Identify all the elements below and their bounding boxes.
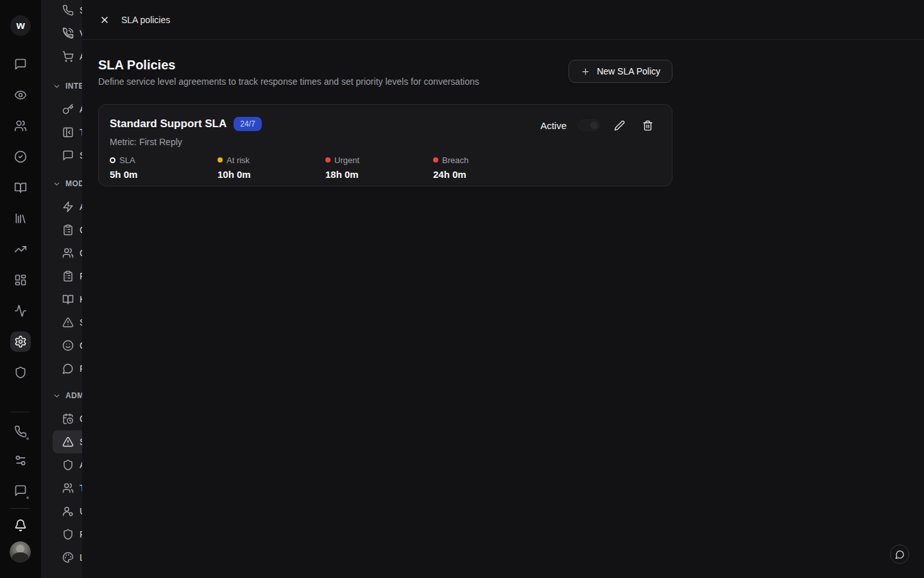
panel-content: SLA Policies Define service level agreem…	[82, 40, 672, 186]
close-button[interactable]	[96, 11, 114, 29]
rail-item-trending-up[interactable]	[10, 239, 31, 259]
user-avatar[interactable]	[10, 541, 31, 563]
trash-icon	[642, 120, 653, 131]
pencil-icon	[614, 120, 625, 131]
sla-threshold-sla: SLA5h 0m	[110, 155, 218, 180]
policy-schedule-badge: 24/7	[234, 117, 261, 131]
policy-controls: Active	[540, 116, 656, 134]
users-icon	[62, 482, 74, 494]
policy-active-toggle[interactable]	[578, 119, 600, 131]
policy-status: Active	[540, 120, 567, 131]
eye-icon	[14, 89, 27, 101]
threshold-value: 10h 0m	[218, 169, 325, 180]
sliders-icon	[14, 454, 27, 467]
key-icon	[62, 103, 74, 115]
notifications-bell-button[interactable]	[10, 515, 31, 536]
rail-item-phone-bottom[interactable]	[10, 421, 31, 442]
threshold-value: 5h 0m	[110, 169, 218, 180]
smile-icon	[62, 340, 74, 351]
threshold-label: Breach	[442, 155, 468, 165]
sla-policy-card: Standard Support SLA 24/7 Metric: First …	[98, 104, 672, 186]
threshold-dot	[110, 157, 116, 163]
threshold-label: Urgent	[334, 155, 359, 165]
policy-name: Standard Support SLA	[110, 118, 227, 130]
rail-item-book-open[interactable]	[10, 177, 31, 198]
users-icon	[62, 247, 74, 259]
threshold-label: SLA	[119, 155, 135, 165]
book-open-icon	[62, 293, 74, 305]
page-title: SLA Policies	[98, 57, 479, 73]
sla-threshold-urgent: Urgent18h 0m	[325, 155, 433, 180]
phone-icon	[62, 4, 74, 16]
rail-item-users[interactable]	[10, 116, 31, 136]
panel-header: SLA policies	[82, 0, 924, 40]
icon-rail: w	[0, 0, 41, 578]
panel-icon	[62, 127, 74, 138]
threshold-dot	[218, 157, 223, 162]
check-circle-icon	[14, 150, 27, 163]
rail-item-sliders-bottom[interactable]	[10, 450, 31, 471]
rail-item-check-circle[interactable]	[10, 146, 31, 167]
notification-dot	[25, 495, 30, 500]
chevron-down-icon	[53, 82, 61, 91]
phone-icon	[14, 425, 27, 438]
clipboard-icon	[62, 270, 74, 282]
sla-policies-panel: SLA policies SLA Policies Define service…	[82, 0, 924, 578]
rail-item-message-square-bottom[interactable]	[10, 480, 31, 501]
sla-threshold-breach: Breach24h 0m	[433, 155, 541, 180]
app-root: w SVAINTEATSMODACCFKSCFADMCSATURL SLA po…	[0, 0, 924, 578]
library-icon	[14, 212, 27, 225]
rail-item-library[interactable]	[10, 208, 31, 229]
trending-up-icon	[14, 243, 27, 256]
shield-icon	[14, 366, 27, 379]
phone-call-icon	[62, 28, 74, 39]
rail-item-layout-dashboard[interactable]	[10, 270, 31, 290]
delete-policy-button[interactable]	[638, 116, 656, 134]
bell-icon	[14, 519, 27, 532]
rail-item-message-square[interactable]	[10, 54, 31, 74]
settings-icon	[14, 335, 27, 348]
palette-icon	[62, 552, 74, 563]
workspace-logo[interactable]: w	[10, 15, 31, 36]
shopping-cart-icon	[62, 51, 74, 62]
triangle-alert-icon	[62, 436, 74, 448]
layout-dashboard-icon	[14, 274, 27, 286]
notification-dot	[25, 436, 30, 441]
threshold-label: At risk	[227, 155, 250, 165]
user-plus-icon	[62, 505, 74, 517]
new-sla-policy-button[interactable]: New SLA Policy	[569, 60, 672, 83]
policy-metric: Metric: First Reply	[110, 136, 656, 148]
rail-item-settings[interactable]	[10, 331, 31, 352]
book-open-icon	[14, 181, 27, 194]
zap-icon	[62, 201, 74, 213]
sidebar-section-label: MOD	[65, 179, 84, 188]
rail-divider	[10, 508, 30, 509]
edit-policy-button[interactable]	[610, 116, 628, 134]
threshold-value: 18h 0m	[325, 169, 433, 180]
rail-item-shield[interactable]	[10, 362, 31, 383]
activity-icon	[14, 304, 27, 317]
x-icon	[99, 15, 110, 25]
sidebar-section-label: ADM	[65, 391, 84, 400]
message-circle-icon	[895, 550, 905, 559]
rail-item-eye[interactable]	[10, 85, 31, 105]
chevron-down-icon	[53, 392, 61, 400]
page-description: Define service level agreements to track…	[98, 76, 479, 87]
plus-icon	[581, 67, 590, 76]
threshold-dot	[433, 157, 438, 162]
threshold-dot	[325, 157, 330, 162]
message-circle-icon	[62, 363, 74, 374]
rail-item-activity[interactable]	[10, 301, 31, 321]
help-chat-button[interactable]	[890, 545, 909, 564]
message-square-icon	[14, 484, 27, 497]
shield-icon	[62, 459, 74, 471]
new-sla-policy-label: New SLA Policy	[597, 66, 660, 76]
message-square-icon	[14, 58, 27, 71]
users-icon	[14, 119, 27, 132]
sla-threshold-at-risk: At risk10h 0m	[218, 155, 325, 180]
message-square-icon	[62, 150, 74, 161]
calendar-clock-icon	[62, 413, 74, 425]
sidebar-section-label: INTE	[65, 82, 84, 91]
panel-title: SLA policies	[121, 15, 170, 25]
chevron-down-icon	[53, 180, 61, 188]
